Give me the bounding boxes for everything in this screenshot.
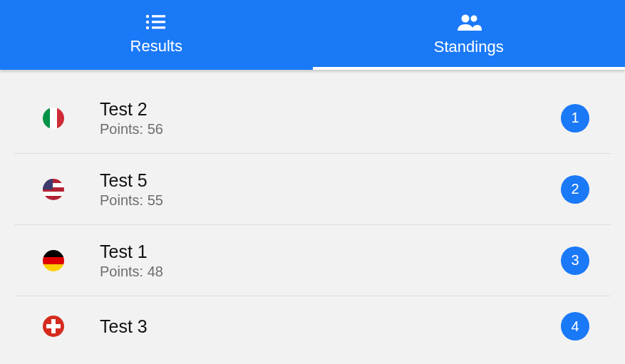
tab-results[interactable]: Results — [0, 0, 313, 70]
row-info: Test 3 — [100, 316, 561, 337]
app-root: Results Standings Test 2 Points — [0, 0, 625, 364]
entry-name: Test 3 — [100, 316, 561, 337]
row-info: Test 5 Points: 55 — [100, 170, 561, 209]
svg-rect-1 — [152, 15, 165, 17]
svg-point-0 — [146, 15, 149, 18]
row-info: Test 2 Points: 56 — [100, 98, 561, 137]
tab-standings[interactable]: Standings — [313, 0, 626, 70]
flag-icon — [43, 108, 64, 129]
svg-point-2 — [146, 21, 149, 24]
standings-list: Test 2 Points: 56 1 Test 5 Points: 55 — [0, 70, 625, 364]
standings-row[interactable]: Test 1 Points: 48 3 — [14, 225, 611, 296]
standings-row[interactable]: Test 3 4 — [14, 296, 611, 356]
tab-standings-label: Standings — [434, 38, 504, 56]
entry-points: Points: 48 — [100, 264, 561, 280]
rank-badge: 3 — [561, 246, 589, 275]
entry-points: Points: 56 — [100, 121, 561, 137]
entry-points: Points: 55 — [100, 192, 561, 209]
row-info: Test 1 Points: 48 — [100, 241, 561, 280]
rank-badge: 1 — [561, 104, 589, 132]
svg-rect-5 — [152, 26, 165, 28]
list-icon — [145, 14, 167, 30]
svg-point-7 — [470, 16, 477, 22]
svg-point-4 — [146, 26, 149, 29]
standings-row[interactable]: Test 5 Points: 55 2 — [14, 154, 611, 225]
flag-icon — [43, 316, 64, 337]
tab-bar: Results Standings — [0, 0, 625, 70]
svg-point-6 — [461, 15, 469, 23]
svg-rect-3 — [152, 21, 165, 23]
rank-badge: 4 — [561, 312, 589, 340]
entry-name: Test 5 — [100, 170, 561, 191]
tab-results-label: Results — [130, 37, 182, 56]
flag-icon — [43, 250, 64, 271]
standings-row[interactable]: Test 2 Points: 56 1 — [14, 83, 611, 154]
people-icon — [456, 14, 482, 31]
entry-name: Test 2 — [100, 98, 561, 120]
entry-name: Test 1 — [100, 241, 561, 262]
rank-badge: 2 — [561, 175, 589, 204]
flag-icon — [43, 179, 64, 200]
